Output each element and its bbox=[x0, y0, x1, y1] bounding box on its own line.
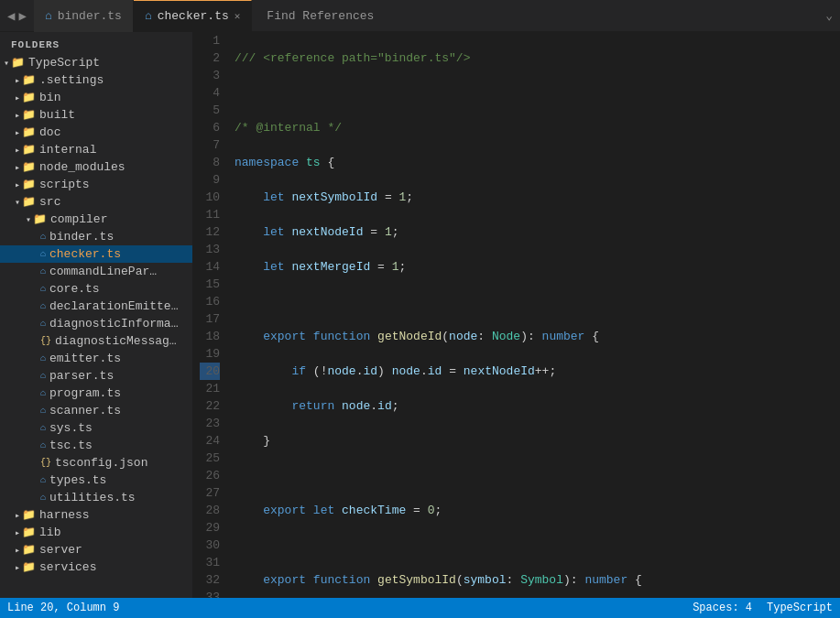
sidebar-item-utilities-ts[interactable]: ⌂ utilities.ts bbox=[0, 489, 192, 506]
sidebar-item-emitter-ts[interactable]: ⌂ emitter.ts bbox=[0, 350, 192, 367]
arrow-built: ▸ bbox=[15, 110, 20, 121]
code-line-7: let nextMergeId = 1; bbox=[235, 258, 840, 276]
label-lib: lib bbox=[39, 526, 60, 539]
code-line-11: return node.id; bbox=[235, 397, 840, 415]
nav-left-icon[interactable]: ◀ bbox=[7, 8, 15, 24]
ts-icon-binder-sidebar: ⌂ bbox=[40, 232, 46, 242]
sidebar-item-node-modules[interactable]: ▸ 📁 node_modules bbox=[0, 158, 192, 176]
label-checker-ts: checker.ts bbox=[49, 247, 121, 261]
sidebar-item-diagnostic-informa[interactable]: ⌂ diagnosticInforma… bbox=[0, 315, 192, 332]
label-internal: internal bbox=[39, 143, 96, 157]
arrow-src: ▾ bbox=[15, 197, 20, 208]
editor-area: 12345 678910 1112131415 1617181920 21222… bbox=[192, 32, 840, 598]
ts-icon-core: ⌂ bbox=[40, 284, 46, 294]
label-settings: .settings bbox=[39, 73, 104, 87]
code-line-16: export function getSymbolId(symbol: Symb… bbox=[235, 571, 840, 589]
sidebar-item-doc[interactable]: ▸ 📁 doc bbox=[0, 124, 192, 141]
label-commandline: commandLinePar… bbox=[49, 265, 157, 278]
sidebar-item-tsc-ts[interactable]: ⌂ tsc.ts bbox=[0, 437, 192, 454]
label-scanner-ts: scanner.ts bbox=[49, 404, 121, 417]
arrow-compiler: ▾ bbox=[26, 214, 31, 225]
arrow-lib: ▸ bbox=[15, 527, 20, 538]
tab-bar: ◀ ▶ ⌂ binder.ts ⌂ checker.ts ✕ Find Refe… bbox=[0, 0, 840, 32]
code-line-2 bbox=[235, 84, 840, 102]
label-bin: bin bbox=[39, 91, 60, 104]
label-parser-ts: parser.ts bbox=[49, 369, 114, 383]
sidebar-item-sys-ts[interactable]: ⌂ sys.ts bbox=[0, 419, 192, 437]
sidebar-item-built[interactable]: ▸ 📁 built bbox=[0, 106, 192, 124]
code-line-1: /// <reference path="binder.ts"/> bbox=[235, 49, 840, 67]
sidebar-item-typescript[interactable]: ▾ 📁 TypeScript bbox=[0, 54, 192, 71]
sidebar-item-declaration-emitter[interactable]: ⌂ declarationEmitte… bbox=[0, 298, 192, 315]
tab-nav-arrows[interactable]: ◀ ▶ bbox=[0, 8, 34, 24]
sidebar-item-lib[interactable]: ▸ 📁 lib bbox=[0, 524, 192, 541]
status-left: Line 20, Column 9 bbox=[7, 602, 119, 614]
sidebar-item-src[interactable]: ▾ 📁 src bbox=[0, 193, 192, 211]
label-services: services bbox=[39, 560, 96, 574]
json-icon-tsconfig: {} bbox=[40, 458, 51, 468]
tab-binder-label: binder.ts bbox=[58, 9, 122, 23]
code-line-12: } bbox=[235, 432, 840, 450]
sidebar-item-settings[interactable]: ▸ 📁 .settings bbox=[0, 71, 192, 89]
arrow-doc: ▸ bbox=[15, 127, 20, 138]
sidebar-item-scanner-ts[interactable]: ⌂ scanner.ts bbox=[0, 402, 192, 419]
label-built: built bbox=[39, 108, 75, 122]
label-core-ts: core.ts bbox=[49, 282, 100, 296]
folder-icon-scripts: 📁 bbox=[22, 178, 36, 191]
main-area: FOLDERS ▾ 📁 TypeScript ▸ 📁 .settings ▸ 📁… bbox=[0, 32, 840, 598]
ts-icon-checker-sidebar: ⌂ bbox=[40, 249, 46, 259]
label-diagnostic-informa: diagnosticInforma… bbox=[49, 317, 178, 331]
ts-icon-commandline: ⌂ bbox=[40, 266, 46, 276]
ts-icon-emitter: ⌂ bbox=[40, 353, 46, 363]
ts-icon-sys: ⌂ bbox=[40, 423, 46, 433]
sidebar-item-core-ts[interactable]: ⌂ core.ts bbox=[0, 280, 192, 298]
sidebar-item-scripts[interactable]: ▸ 📁 scripts bbox=[0, 176, 192, 193]
ts-icon-program: ⌂ bbox=[40, 388, 46, 398]
sidebar-item-server[interactable]: ▸ 📁 server bbox=[0, 541, 192, 558]
sidebar-item-tsconfig-json[interactable]: {} tsconfig.json bbox=[0, 454, 192, 472]
tab-checker-label: checker.ts bbox=[158, 9, 229, 23]
tab-bar-end-icon[interactable]: ⌄ bbox=[825, 8, 840, 23]
label-tsc-ts: tsc.ts bbox=[49, 439, 93, 452]
ts-icon-utilities: ⌂ bbox=[40, 493, 46, 503]
label-server: server bbox=[39, 543, 82, 557]
sidebar: FOLDERS ▾ 📁 TypeScript ▸ 📁 .settings ▸ 📁… bbox=[0, 32, 192, 598]
ts-icon-binder: ⌂ bbox=[45, 9, 52, 23]
sidebar-item-command-line-parser[interactable]: ⌂ commandLinePar… bbox=[0, 263, 192, 280]
sidebar-item-parser-ts[interactable]: ⌂ parser.ts bbox=[0, 367, 192, 385]
sidebar-item-bin[interactable]: ▸ 📁 bin bbox=[0, 89, 192, 106]
label-diagnostic-messag: diagnosticMessag… bbox=[55, 334, 177, 348]
label-doc: doc bbox=[39, 125, 60, 139]
sidebar-item-types-ts[interactable]: ⌂ types.ts bbox=[0, 472, 192, 489]
label-node-modules: node_modules bbox=[39, 160, 125, 174]
sidebar-item-diagnostic-messag[interactable]: {} diagnosticMessag… bbox=[0, 332, 192, 350]
sidebar-item-checker-ts[interactable]: ⌂ checker.ts bbox=[0, 245, 192, 263]
label-utilities-ts: utilities.ts bbox=[49, 491, 136, 504]
label-types-ts: types.ts bbox=[49, 473, 106, 487]
sidebar-item-harness[interactable]: ▸ 📁 harness bbox=[0, 506, 192, 524]
tab-find-references[interactable]: Find References bbox=[252, 0, 388, 32]
json-icon-diag-messag: {} bbox=[40, 336, 51, 346]
label-harness: harness bbox=[39, 508, 90, 522]
sidebar-item-services[interactable]: ▸ 📁 services bbox=[0, 558, 192, 576]
tab-checker-close[interactable]: ✕ bbox=[235, 10, 241, 22]
sidebar-item-compiler[interactable]: ▾ 📁 compiler bbox=[0, 211, 192, 228]
ts-icon-diag-informa: ⌂ bbox=[40, 319, 46, 329]
folder-icon-settings: 📁 bbox=[22, 73, 36, 87]
line-numbers: 12345 678910 1112131415 1617181920 21222… bbox=[192, 32, 231, 598]
sidebar-item-binder-ts[interactable]: ⌂ binder.ts bbox=[0, 228, 192, 245]
arrow-bin: ▸ bbox=[15, 92, 20, 103]
code-editor[interactable]: /// <reference path="binder.ts"/> /* @in… bbox=[231, 32, 840, 598]
status-spaces: Spaces: 4 bbox=[693, 602, 752, 614]
arrow-settings: ▸ bbox=[15, 75, 20, 86]
sidebar-item-internal[interactable]: ▸ 📁 internal bbox=[0, 141, 192, 158]
tab-checker[interactable]: ⌂ checker.ts ✕ bbox=[134, 0, 252, 32]
tab-binder[interactable]: ⌂ binder.ts bbox=[34, 0, 134, 32]
code-line-10: if (!node.id) node.id = nextNodeId++; bbox=[235, 363, 840, 380]
folder-icon-internal: 📁 bbox=[22, 143, 36, 157]
code-line-9: export function getNodeId(node: Node): n… bbox=[235, 328, 840, 345]
sidebar-item-program-ts[interactable]: ⌂ program.ts bbox=[0, 385, 192, 402]
nav-right-icon[interactable]: ▶ bbox=[18, 8, 26, 24]
folder-icon-harness: 📁 bbox=[22, 508, 36, 522]
folder-icon-src: 📁 bbox=[22, 195, 36, 209]
